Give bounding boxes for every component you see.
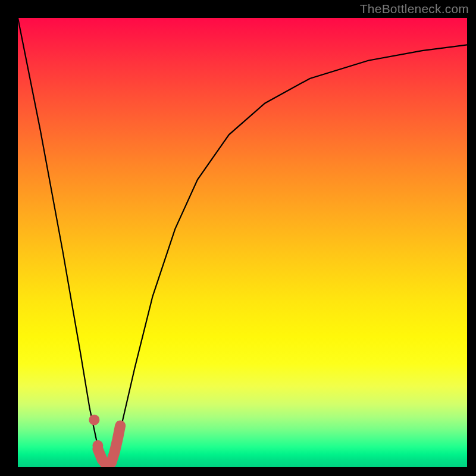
bottleneck-curve-path bbox=[18, 18, 467, 465]
attribution-label: TheBottleneck.com bbox=[360, 2, 469, 16]
chart-plot-area bbox=[18, 18, 467, 467]
marker-point-a bbox=[89, 415, 99, 425]
marker-point-b bbox=[92, 440, 103, 451]
chart-svg bbox=[18, 18, 467, 467]
